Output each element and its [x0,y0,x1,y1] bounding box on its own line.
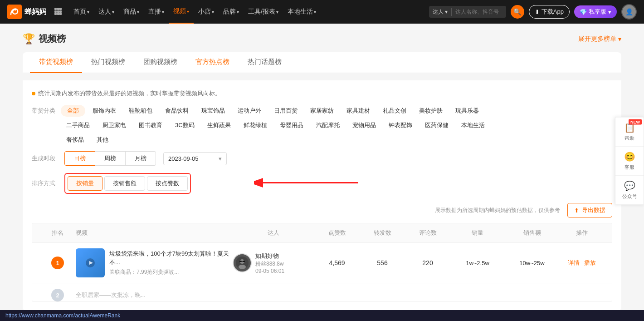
cat-jewelry[interactable]: 珠宝饰品 [196,105,230,117]
nav-item-influencer[interactable]: 达人 ▾ [94,0,119,24]
rank-badge-2: 2 [51,289,64,301]
trophy-icon: 🏆 [23,33,35,45]
cat-clothing[interactable]: 服饰内衣 [87,105,122,117]
cat-all[interactable]: 全部 [61,105,85,117]
grid-icon [54,8,62,15]
video-title-1[interactable]: 垃圾袋活来啦，100个才7块99太划算啦！夏天不... [109,250,233,266]
rank-cell-2: 2 [39,289,76,301]
apps-grid-button[interactable] [51,6,65,18]
nav-item-tools[interactable]: 工具/报表 ▾ [244,0,283,24]
th-sales: 销量 [450,229,505,237]
sort-section: 排序方式 按销量 按销售额 按点赞数 [32,173,612,194]
download-app-button[interactable]: ⬇ 下载App [529,5,570,19]
cat-furniture[interactable]: 家具建材 [341,105,376,117]
cat-food[interactable]: 食品饮料 [160,105,194,117]
svg-rect-8 [57,13,59,15]
nav-item-video[interactable]: 视频 ▾ [169,0,194,24]
cat-shoes[interactable]: 鞋靴箱包 [123,105,158,117]
cat-fresh[interactable]: 生鲜蔬果 [202,119,236,131]
vip-button[interactable]: 💎 私享版 ▾ [574,5,617,18]
data-table: 排名 视频 达人 点赞数 转发数 评论数 销量 销售额 操作 1 [32,223,612,302]
influencer-cell-1: 如期好物 粉丝888.8w 09-05 06:01 [233,252,314,274]
cat-watches[interactable]: 钟表配饰 [383,119,418,131]
nav-item-product[interactable]: 商品 ▾ [119,0,144,24]
cat-toys[interactable]: 玩具乐器 [450,105,484,117]
sidebar-widget-wechat[interactable]: 💬 公众号 [615,175,644,204]
expand-chevron-icon: ▾ [618,35,621,43]
date-picker[interactable]: 2023-09-05 ▾ [163,152,227,165]
period-daily-button[interactable]: 日榜 [64,151,95,166]
nav-item-local[interactable]: 本地生活 ▾ [283,0,321,24]
tab-group-video[interactable]: 团购视频榜 [134,52,186,73]
sort-by-revenue-button[interactable]: 按销售额 [104,176,145,191]
date-value: 2023-09-05 [168,155,199,162]
tab-hot-video[interactable]: 热门视频榜 [82,52,134,73]
category-row-3: 奢侈品 其他 [32,134,612,146]
play-link-1[interactable]: 播放 [584,259,596,267]
search-button[interactable]: 🔍 [511,5,524,19]
export-note: 展示数据为所选周期内蝉妈妈的预估数据，仅供参考 [435,207,560,214]
video-product-1: 关联商品：7.99抢列贵驱蚊... [109,268,233,276]
avatar[interactable]: 👤 [621,4,637,20]
cat-daily[interactable]: 日用百货 [268,105,303,117]
search-icon: 🔍 [513,8,521,15]
download-label: 下载App [542,8,564,16]
cat-flowers[interactable]: 鲜花绿植 [238,119,273,131]
cat-gifts[interactable]: 礼品文创 [377,105,412,117]
cat-baby[interactable]: 母婴用品 [274,119,309,131]
cat-3c[interactable]: 3C数码 [170,119,200,131]
search-container: 达人 ▾ [429,6,506,18]
expand-more-button[interactable]: 展开更多榜单 ▾ [578,35,621,43]
cat-local[interactable]: 本地生活 [456,119,490,131]
search-type-select[interactable]: 达人 ▾ [429,8,452,16]
cat-luxury[interactable]: 奢侈品 [61,134,89,146]
vip-label: 私享版 [589,8,606,16]
cat-auto[interactable]: 汽配摩托 [311,119,345,131]
export-data-button[interactable]: ⬆ 导出数据 [567,203,612,217]
influencer-info-1: 如期好物 粉丝888.8w 09-05 06:01 [255,252,284,274]
nav-item-home[interactable]: 首页 ▾ [69,0,94,24]
sort-buttons-wrapper: 按销量 按销售额 按点赞数 [64,173,191,194]
influencer-name-1[interactable]: 如期好物 [255,252,284,260]
cat-secondhand[interactable]: 二手商品 [61,119,95,131]
tab-cargo-video[interactable]: 带货视频榜 [30,52,82,73]
sort-by-likes-button[interactable]: 按点赞数 [147,176,188,191]
nav-item-live[interactable]: 直播 ▾ [144,0,169,24]
diamond-icon: 💎 [580,9,587,15]
video-thumbnail-1[interactable] [76,248,105,277]
cat-other[interactable]: 其他 [91,134,114,146]
page-title-area: 🏆 视频榜 [23,33,66,45]
wechat-label: 公众号 [622,193,637,199]
cat-books[interactable]: 图书教育 [133,119,168,131]
export-bar: 展示数据为所选周期内蝉妈妈的预估数据，仅供参考 ⬆ 导出数据 [32,203,612,217]
tab-hot-topic[interactable]: 热门话题榜 [239,52,291,73]
sidebar-widget-help[interactable]: NEW 📋 帮助 [615,117,644,146]
nav-item-shop[interactable]: 小店 ▾ [194,0,219,24]
new-badge: NEW [629,119,642,124]
cat-medicine[interactable]: 医药保健 [420,119,454,131]
svg-rect-3 [59,8,62,10]
th-influencer: 达人 [233,229,314,237]
likes-cell-1: 4,569 [314,259,360,267]
tab-bar: 带货视频榜 热门视频榜 团购视频榜 官方热点榜 热门话题榜 [23,52,621,73]
influencer-avatar-1[interactable] [233,253,252,272]
sort-by-sales-button[interactable]: 按销量 [68,176,102,191]
svg-rect-2 [57,8,59,10]
period-weekly-button[interactable]: 周榜 [95,151,126,166]
cat-kitchen[interactable]: 厨卫家电 [97,119,132,131]
cat-sports[interactable]: 运动户外 [232,105,267,117]
svg-point-15 [239,265,246,269]
cat-beauty[interactable]: 美妆护肤 [414,105,448,117]
red-arrow-icon [254,172,363,194]
svg-rect-17 [243,261,245,262]
tab-official-hot[interactable]: 官方热点榜 [186,52,239,73]
sidebar-widget-service[interactable]: 😊 客服 [615,146,644,175]
nav-item-brand[interactable]: 品牌 ▾ [219,0,244,24]
detail-link-1[interactable]: 详情 [568,259,580,267]
period-monthly-button[interactable]: 月榜 [126,151,156,166]
logo[interactable]: 蝉妈妈 [7,5,46,19]
cat-home[interactable]: 家居家纺 [305,105,339,117]
search-input[interactable] [452,6,506,18]
svg-rect-16 [239,261,242,262]
cat-pets[interactable]: 宠物用品 [347,119,381,131]
